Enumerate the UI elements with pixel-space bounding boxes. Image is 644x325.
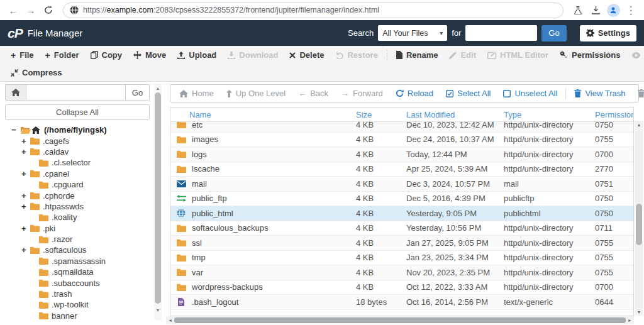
tree-item[interactable]: − (/home/flyingsk) (5, 124, 150, 135)
tree-expander[interactable]: + (21, 136, 30, 146)
toolbar-button[interactable]: Copy (85, 46, 128, 64)
scroll-right-icon[interactable]: ► (628, 318, 632, 322)
tree-item[interactable]: banner (5, 311, 150, 321)
toolbar-button[interactable]: Delete (284, 46, 330, 64)
tree-expander[interactable]: − (11, 125, 20, 135)
tree-item[interactable]: .razor (5, 234, 150, 245)
tree-item[interactable]: + .pki (5, 223, 150, 234)
browser-menu-icon[interactable]: ⋮ (623, 2, 639, 18)
tree-expander[interactable]: + (21, 224, 30, 233)
cpanel-logo[interactable]: cP (8, 26, 23, 41)
toolbar-button[interactable]: Upload (172, 46, 222, 64)
tree-item[interactable]: + .cphorde (5, 190, 150, 201)
table-row[interactable]: var 4 KB Nov 20, 2023, 2:35 PM httpd/uni… (170, 265, 633, 280)
table-row[interactable]: public_ftp 4 KB Dec 5, 2016, 4:39 PM pub… (170, 192, 633, 207)
nav-item[interactable]: Up One Level (220, 89, 292, 98)
scrollbar-thumb[interactable] (155, 92, 161, 304)
table-row[interactable]: .bash_logout 18 bytes Oct 16, 2014, 2:56… (170, 295, 633, 310)
toolbar-button[interactable]: +File (5, 46, 40, 64)
scroll-left-icon[interactable]: ◄ (168, 318, 172, 322)
browser-back-icon[interactable]: ← (5, 2, 21, 18)
scrollbar-thumb[interactable] (174, 317, 626, 323)
table-row[interactable]: wordpress-backups 4 KB Oct 12, 2022, 3:3… (170, 280, 633, 295)
table-row[interactable]: softaculous_backups 4 KB Yesterday, 10:5… (170, 221, 633, 236)
nav-item[interactable]: Home (173, 89, 220, 98)
browser-reload-icon[interactable] (40, 2, 57, 18)
horizontal-scrollbar[interactable]: ◄ ► (166, 316, 634, 324)
nav-item[interactable]: Empty Trash (631, 89, 644, 98)
nav-item[interactable] (565, 88, 566, 99)
nav-item[interactable]: ←Back (292, 89, 335, 98)
sidebar-scrollbar[interactable]: ▲ ▼ (154, 84, 162, 320)
profile-avatar[interactable] (605, 2, 621, 18)
column-header-name[interactable]: Name (170, 110, 356, 119)
tree-item[interactable]: .koality (5, 212, 150, 223)
address-bar[interactable]: https://example.com:2083/cpsess322285537… (63, 3, 564, 18)
search-input[interactable] (465, 25, 537, 41)
nav-item[interactable]: →Forward (335, 89, 389, 98)
toolbar-button[interactable]: View (626, 46, 644, 64)
nav-item[interactable]: Unselect All (497, 89, 564, 98)
toolbar-button[interactable]: Download (222, 46, 284, 64)
tree-item[interactable]: + .cpanel (5, 168, 150, 179)
scrollbar-thumb[interactable] (636, 204, 642, 245)
tree-expander[interactable]: + (21, 191, 30, 201)
scroll-up-icon[interactable]: ▲ (635, 121, 643, 128)
tree-item[interactable]: .wp-toolkit (5, 299, 150, 310)
tree-item[interactable]: + .caldav (5, 146, 150, 157)
tree-item[interactable]: + .htpasswds (5, 201, 150, 212)
tree-item[interactable]: + .cagefs (5, 135, 150, 146)
search-go-button[interactable]: Go (541, 25, 566, 41)
tree-item[interactable]: .spamassassin (5, 256, 150, 267)
tree-expander[interactable]: + (21, 147, 30, 157)
collapse-all-button[interactable]: Collapse All (5, 104, 150, 120)
toolbar-button[interactable]: HTML Editor (482, 46, 554, 64)
home-path-button[interactable] (5, 84, 26, 101)
table-row[interactable]: ssl 4 KB Jan 27, 2025, 9:05 PM httpd/uni… (170, 236, 633, 251)
tree-item[interactable]: .sqmaildata (5, 267, 150, 277)
column-header-type[interactable]: Type (504, 110, 595, 119)
tree-item[interactable]: .trash (5, 289, 150, 299)
site-info-icon[interactable] (70, 6, 79, 14)
toolbar-button[interactable]: Edit (443, 46, 482, 64)
toolbar-button[interactable]: +Folder (40, 46, 85, 64)
browser-forward-icon[interactable]: → (23, 2, 39, 18)
table-row[interactable]: logs 4 KB Today, 12:44 PM httpd/unix-dir… (170, 147, 633, 162)
tree-item[interactable]: .subaccounts (5, 277, 150, 288)
nav-item[interactable]: View Trash (568, 89, 631, 98)
tree-item[interactable]: .cpguard (5, 179, 150, 190)
settings-button[interactable]: Settings (580, 25, 636, 41)
column-header-size[interactable]: Size (356, 110, 406, 119)
table-row[interactable]: lscache 4 KB Apr 25, 2024, 5:39 AM httpd… (170, 162, 633, 177)
vertical-scrollbar[interactable]: ▲ ▼ (635, 121, 643, 316)
column-header-permissions[interactable]: Permissions (595, 110, 634, 119)
scroll-up-icon[interactable]: ▲ (154, 84, 162, 92)
toolbar-button[interactable]: Rename (391, 46, 444, 64)
table-row[interactable]: public_html 4 KB Yesterday, 9:05 PM publ… (170, 206, 633, 221)
scroll-down-icon[interactable]: ▼ (635, 308, 643, 316)
path-go-button[interactable]: Go (126, 84, 150, 101)
column-header-modified[interactable]: Last Modified (406, 110, 504, 119)
flask-icon[interactable] (570, 2, 586, 18)
nav-item[interactable]: Select All (440, 89, 497, 98)
tree-item-label: .htpasswds (43, 202, 84, 211)
toolbar-button[interactable]: Restore (330, 46, 383, 64)
tree-expander[interactable]: + (21, 245, 30, 255)
toolbar-button[interactable]: Compress (5, 64, 68, 81)
nav-item[interactable]: Reload (389, 89, 440, 98)
scroll-down-icon[interactable]: ▼ (154, 306, 162, 314)
table-row[interactable]: mail 4 KB Dec 3, 2024, 10:57 PM mail 075… (170, 177, 633, 192)
toolbar-button[interactable] (387, 50, 387, 60)
folder-icon (39, 236, 50, 243)
search-scope-select[interactable]: All Your Files ▾ (378, 25, 447, 41)
downloads-icon[interactable] (587, 2, 604, 18)
tree-expander[interactable]: + (21, 202, 30, 211)
table-row[interactable]: images 4 KB Dec 24, 2016, 10:37 AM httpd… (170, 133, 633, 148)
toolbar-button[interactable]: Permissions (554, 46, 626, 64)
path-input[interactable] (26, 84, 126, 101)
table-row[interactable]: tmp 4 KB Jan 23, 2025, 3:34 PM httpd/uni… (170, 251, 633, 266)
toolbar-button[interactable]: Move (128, 46, 172, 64)
tree-item[interactable]: .cl.selector (5, 157, 150, 168)
tree-expander[interactable]: + (21, 169, 30, 179)
tree-item[interactable]: + .softaculous (5, 245, 150, 255)
